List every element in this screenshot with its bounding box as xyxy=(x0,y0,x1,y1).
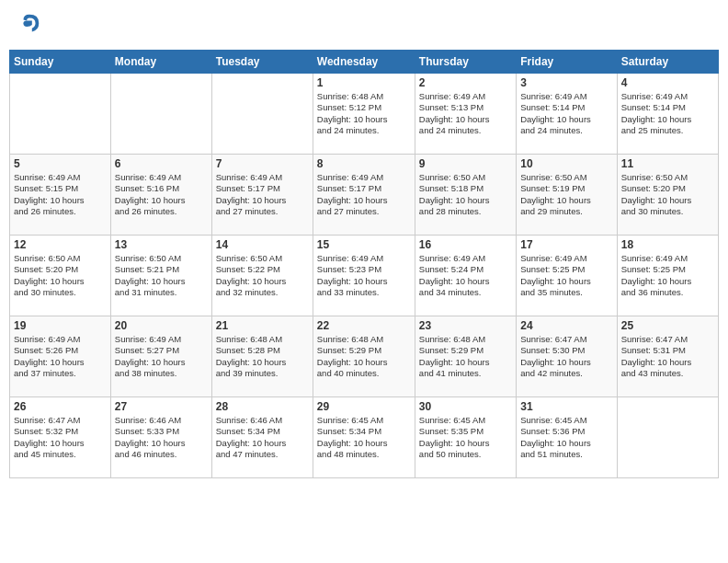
day-info: Sunrise: 6:45 AM Sunset: 5:35 PM Dayligh… xyxy=(419,415,512,460)
day-number: 5 xyxy=(14,157,107,170)
day-number: 19 xyxy=(14,319,107,332)
day-info: Sunrise: 6:47 AM Sunset: 5:32 PM Dayligh… xyxy=(14,415,107,460)
day-number: 14 xyxy=(216,238,309,251)
calendar-cell xyxy=(110,74,211,155)
calendar-week-0: 1Sunrise: 6:48 AM Sunset: 5:12 PM Daylig… xyxy=(10,74,719,155)
day-number: 11 xyxy=(621,157,714,170)
calendar-header-tuesday: Tuesday xyxy=(211,51,313,74)
day-number: 17 xyxy=(520,238,612,251)
day-number: 10 xyxy=(520,157,612,170)
calendar-cell: 21Sunrise: 6:48 AM Sunset: 5:28 PM Dayli… xyxy=(211,316,313,397)
day-info: Sunrise: 6:50 AM Sunset: 5:21 PM Dayligh… xyxy=(115,253,208,298)
day-info: Sunrise: 6:46 AM Sunset: 5:33 PM Dayligh… xyxy=(115,415,208,460)
day-info: Sunrise: 6:48 AM Sunset: 5:29 PM Dayligh… xyxy=(317,334,411,379)
calendar-cell xyxy=(617,397,718,478)
day-info: Sunrise: 6:45 AM Sunset: 5:34 PM Dayligh… xyxy=(317,415,411,460)
day-info: Sunrise: 6:50 AM Sunset: 5:18 PM Dayligh… xyxy=(419,172,512,217)
calendar-cell: 13Sunrise: 6:50 AM Sunset: 5:21 PM Dayli… xyxy=(110,236,211,316)
day-info: Sunrise: 6:50 AM Sunset: 5:19 PM Dayligh… xyxy=(520,172,612,217)
day-number: 31 xyxy=(520,400,612,413)
calendar-week-1: 5Sunrise: 6:49 AM Sunset: 5:15 PM Daylig… xyxy=(10,155,719,236)
calendar-header-thursday: Thursday xyxy=(415,51,516,74)
calendar-cell: 31Sunrise: 6:45 AM Sunset: 5:36 PM Dayli… xyxy=(517,397,617,478)
calendar-cell: 10Sunrise: 6:50 AM Sunset: 5:19 PM Dayli… xyxy=(517,155,617,236)
calendar-cell: 20Sunrise: 6:49 AM Sunset: 5:27 PM Dayli… xyxy=(110,316,211,397)
day-number: 8 xyxy=(317,157,411,170)
calendar-cell xyxy=(211,74,313,155)
day-number: 4 xyxy=(621,76,714,89)
calendar-cell: 28Sunrise: 6:46 AM Sunset: 5:34 PM Dayli… xyxy=(211,397,313,478)
calendar-week-4: 26Sunrise: 6:47 AM Sunset: 5:32 PM Dayli… xyxy=(10,397,719,478)
day-number: 13 xyxy=(115,238,208,251)
day-info: Sunrise: 6:49 AM Sunset: 5:14 PM Dayligh… xyxy=(621,91,714,136)
day-info: Sunrise: 6:48 AM Sunset: 5:29 PM Dayligh… xyxy=(419,334,512,379)
calendar-cell: 3Sunrise: 6:49 AM Sunset: 5:14 PM Daylig… xyxy=(517,74,617,155)
day-info: Sunrise: 6:49 AM Sunset: 5:17 PM Dayligh… xyxy=(216,172,309,217)
day-number: 18 xyxy=(621,238,714,251)
logo xyxy=(17,13,44,39)
day-number: 15 xyxy=(317,238,411,251)
day-info: Sunrise: 6:48 AM Sunset: 5:28 PM Dayligh… xyxy=(216,334,309,379)
logo-icon xyxy=(17,13,42,39)
day-number: 3 xyxy=(520,76,612,89)
calendar-cell: 15Sunrise: 6:49 AM Sunset: 5:23 PM Dayli… xyxy=(313,236,415,316)
day-number: 12 xyxy=(14,238,107,251)
day-number: 27 xyxy=(115,400,208,413)
day-number: 30 xyxy=(419,400,512,413)
day-number: 6 xyxy=(115,157,208,170)
day-info: Sunrise: 6:49 AM Sunset: 5:17 PM Dayligh… xyxy=(317,172,411,217)
day-number: 9 xyxy=(419,157,512,170)
day-info: Sunrise: 6:49 AM Sunset: 5:14 PM Dayligh… xyxy=(520,91,612,136)
calendar-cell: 1Sunrise: 6:48 AM Sunset: 5:12 PM Daylig… xyxy=(313,74,415,155)
day-info: Sunrise: 6:49 AM Sunset: 5:16 PM Dayligh… xyxy=(115,172,208,217)
day-number: 23 xyxy=(419,319,512,332)
day-info: Sunrise: 6:48 AM Sunset: 5:12 PM Dayligh… xyxy=(317,91,411,136)
day-info: Sunrise: 6:49 AM Sunset: 5:26 PM Dayligh… xyxy=(14,334,107,379)
calendar-cell: 2Sunrise: 6:49 AM Sunset: 5:13 PM Daylig… xyxy=(415,74,516,155)
calendar-cell: 8Sunrise: 6:49 AM Sunset: 5:17 PM Daylig… xyxy=(313,155,415,236)
day-info: Sunrise: 6:50 AM Sunset: 5:20 PM Dayligh… xyxy=(621,172,714,217)
day-info: Sunrise: 6:49 AM Sunset: 5:25 PM Dayligh… xyxy=(621,253,714,298)
day-info: Sunrise: 6:50 AM Sunset: 5:20 PM Dayligh… xyxy=(14,253,107,298)
day-info: Sunrise: 6:46 AM Sunset: 5:34 PM Dayligh… xyxy=(216,415,309,460)
calendar-cell: 22Sunrise: 6:48 AM Sunset: 5:29 PM Dayli… xyxy=(313,316,415,397)
day-info: Sunrise: 6:49 AM Sunset: 5:27 PM Dayligh… xyxy=(115,334,208,379)
day-info: Sunrise: 6:47 AM Sunset: 5:30 PM Dayligh… xyxy=(520,334,612,379)
calendar-cell: 26Sunrise: 6:47 AM Sunset: 5:32 PM Dayli… xyxy=(10,397,111,478)
day-info: Sunrise: 6:49 AM Sunset: 5:25 PM Dayligh… xyxy=(520,253,612,298)
calendar-body: 1Sunrise: 6:48 AM Sunset: 5:12 PM Daylig… xyxy=(10,74,719,478)
calendar-cell: 12Sunrise: 6:50 AM Sunset: 5:20 PM Dayli… xyxy=(10,236,111,316)
calendar-table: SundayMondayTuesdayWednesdayThursdayFrid… xyxy=(9,50,719,478)
calendar-cell: 11Sunrise: 6:50 AM Sunset: 5:20 PM Dayli… xyxy=(617,155,718,236)
day-number: 29 xyxy=(317,400,411,413)
calendar-header-friday: Friday xyxy=(517,51,617,74)
day-number: 21 xyxy=(216,319,309,332)
calendar-cell: 24Sunrise: 6:47 AM Sunset: 5:30 PM Dayli… xyxy=(517,316,617,397)
calendar-cell: 18Sunrise: 6:49 AM Sunset: 5:25 PM Dayli… xyxy=(617,236,718,316)
calendar-cell: 7Sunrise: 6:49 AM Sunset: 5:17 PM Daylig… xyxy=(211,155,313,236)
calendar-header-sunday: Sunday xyxy=(10,51,111,74)
calendar-week-2: 12Sunrise: 6:50 AM Sunset: 5:20 PM Dayli… xyxy=(10,236,719,316)
calendar-cell: 19Sunrise: 6:49 AM Sunset: 5:26 PM Dayli… xyxy=(10,316,111,397)
calendar-cell: 5Sunrise: 6:49 AM Sunset: 5:15 PM Daylig… xyxy=(10,155,111,236)
day-info: Sunrise: 6:47 AM Sunset: 5:31 PM Dayligh… xyxy=(621,334,714,379)
calendar-cell: 6Sunrise: 6:49 AM Sunset: 5:16 PM Daylig… xyxy=(110,155,211,236)
day-number: 1 xyxy=(317,76,411,89)
day-info: Sunrise: 6:50 AM Sunset: 5:22 PM Dayligh… xyxy=(216,253,309,298)
calendar-cell: 14Sunrise: 6:50 AM Sunset: 5:22 PM Dayli… xyxy=(211,236,313,316)
calendar-header-wednesday: Wednesday xyxy=(313,51,415,74)
calendar-cell: 16Sunrise: 6:49 AM Sunset: 5:24 PM Dayli… xyxy=(415,236,516,316)
calendar-header-row: SundayMondayTuesdayWednesdayThursdayFrid… xyxy=(10,51,719,74)
day-number: 22 xyxy=(317,319,411,332)
calendar-header-saturday: Saturday xyxy=(617,51,718,74)
day-number: 24 xyxy=(520,319,612,332)
calendar-cell: 29Sunrise: 6:45 AM Sunset: 5:34 PM Dayli… xyxy=(313,397,415,478)
calendar-cell: 30Sunrise: 6:45 AM Sunset: 5:35 PM Dayli… xyxy=(415,397,516,478)
calendar-header-monday: Monday xyxy=(110,51,211,74)
calendar-cell: 9Sunrise: 6:50 AM Sunset: 5:18 PM Daylig… xyxy=(415,155,516,236)
calendar-cell xyxy=(10,74,111,155)
calendar-cell: 27Sunrise: 6:46 AM Sunset: 5:33 PM Dayli… xyxy=(110,397,211,478)
calendar-cell: 4Sunrise: 6:49 AM Sunset: 5:14 PM Daylig… xyxy=(617,74,718,155)
day-number: 20 xyxy=(115,319,208,332)
calendar-week-3: 19Sunrise: 6:49 AM Sunset: 5:26 PM Dayli… xyxy=(10,316,719,397)
